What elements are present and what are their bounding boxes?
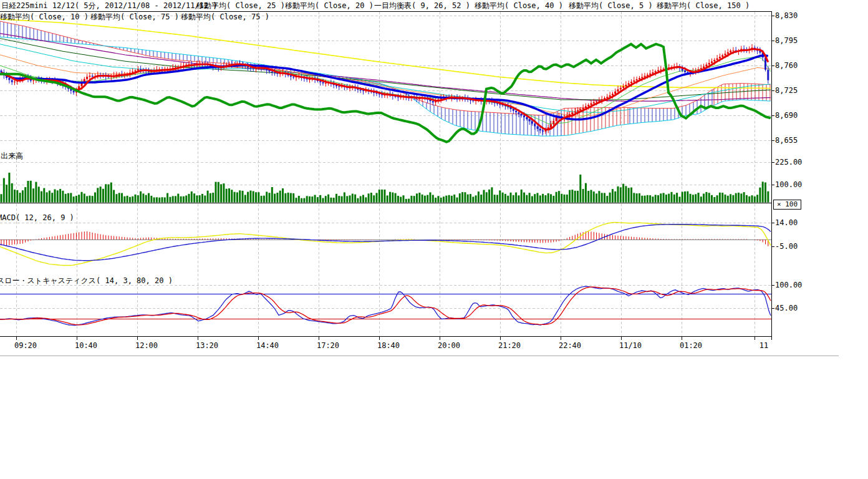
legend-item: 移動平均( Close, 150 ): [657, 1, 750, 10]
y-axis-label: 8,795: [775, 36, 798, 45]
chart-canvas[interactable]: [0, 0, 868, 387]
y-axis-label: 14.00: [775, 218, 798, 227]
stoch-pane-label: スロー・ストキャスティクス( 14, 3, 80, 20 ): [0, 276, 173, 285]
volume-pane-label: 出来高: [1, 152, 23, 160]
x-axis-label: 20:00: [434, 342, 464, 350]
x-axis-label: 12:00: [132, 342, 162, 350]
y-axis-label: 8,655: [775, 136, 798, 145]
legend-item: 移動平均( Close, 75 ): [181, 12, 269, 21]
y-axis-label: 100.00: [775, 281, 802, 289]
x-axis-label: 11/10: [615, 342, 645, 350]
x-axis-label: 01:20: [676, 342, 706, 350]
x-axis-label: 10:40: [71, 342, 101, 350]
legend-item: 移動平均( Close, 20 ): [285, 1, 374, 10]
chart-window: 日経225mini 12/12( 5分, 2012/11/08 - 2012/1…: [0, 0, 868, 479]
x-axis-label: 18:40: [374, 342, 403, 350]
x-axis-label: 11: [749, 342, 779, 350]
y-axis-label: 100.00: [775, 180, 802, 189]
x-axis-label: 13:20: [192, 342, 222, 350]
legend-item: 日経225mini 12/12( 5分, 2012/11/08 - 2012/1…: [1, 1, 218, 10]
macd-pane-label: MACD( 12, 26, 9 ): [0, 213, 74, 222]
y-axis-label: -5.00: [775, 242, 798, 251]
y-axis-label: 8,690: [775, 111, 798, 120]
y-axis-label: 8,725: [775, 86, 798, 95]
x-axis-label: 22:40: [555, 342, 585, 350]
legend-item: 移動平均( Close, 10 ): [0, 12, 89, 21]
y-axis-label: 45.00: [775, 304, 798, 312]
y-axis-label: 225.00: [775, 158, 802, 167]
legend-item: 移動平均( Close, 40 ): [475, 1, 563, 10]
legend-item: 移動平均( Close, 25 ): [196, 1, 285, 10]
x-axis-label: 17:20: [313, 342, 343, 350]
volume-multiplier-badge: × 100: [773, 200, 801, 210]
y-axis-label: 8,760: [775, 61, 798, 70]
legend-item: 一目均衡表( 9, 26, 52 ): [374, 1, 470, 10]
x-axis-label: 21:20: [494, 342, 524, 350]
x-axis-label: 09:20: [11, 342, 41, 350]
legend-item: 移動平均( Close, 75 ): [90, 12, 179, 21]
y-axis-label: 8,830: [775, 11, 798, 20]
x-axis-label: 14:40: [253, 342, 282, 350]
legend-item: 移動平均( Close, 5 ): [569, 1, 653, 10]
